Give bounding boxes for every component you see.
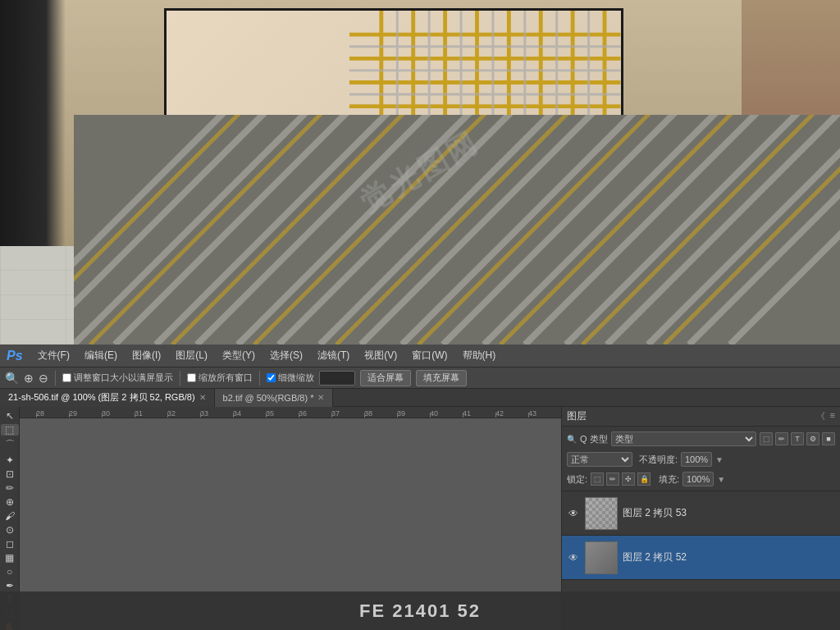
zoom-out-icon[interactable]: ⊖ xyxy=(39,372,48,385)
layer-52-thumb xyxy=(585,541,618,574)
tab-active-close[interactable]: ✕ xyxy=(199,393,206,402)
tab-second-label: b2.tif @ 50%(RGB/8) * xyxy=(223,393,314,403)
filter-icon-3[interactable]: T xyxy=(791,432,804,445)
tool-select[interactable]: ⬚ xyxy=(1,424,19,436)
scrubby-checkbox[interactable] xyxy=(267,373,276,382)
tab-active[interactable]: 21-sh-506.tif @ 100% (图层 2 拷贝 52, RGB/8)… xyxy=(0,389,215,407)
opacity-label: 不透明度: xyxy=(639,454,678,466)
lock-label: 锁定: xyxy=(567,473,587,486)
stripe-svg xyxy=(74,115,840,345)
tab-second[interactable]: b2.tif @ 50%(RGB/8) * ✕ xyxy=(215,389,334,407)
layer-item-52[interactable]: 👁 图层 2 拷贝 52 xyxy=(562,536,840,580)
options-bar: 🔍 ⊕ ⊖ 调整窗口大小以满屏显示 缩放所有窗口 细微缩放 100% 适合屏幕 … xyxy=(0,368,840,389)
resize-checkbox-group: 调整窗口大小以满屏显示 xyxy=(62,372,173,384)
fit-screen-button[interactable]: 适合屏幕 xyxy=(360,370,411,386)
panel-controls: 🔍 Q 类型 类型 ⬚ ✏ T ⚙ ■ 正常 xyxy=(562,427,840,491)
resize-label: 调整窗口大小以满屏显示 xyxy=(74,372,173,384)
menu-select[interactable]: 选择(S) xyxy=(263,346,309,365)
lock-position-icon[interactable]: ✣ xyxy=(622,472,635,486)
ruler-29: 29 xyxy=(69,409,102,418)
panel-header: 图层 《 ≡ xyxy=(562,407,840,427)
fill-label: 填充: xyxy=(659,473,679,486)
tool-magic-wand[interactable]: ✦ xyxy=(1,454,19,466)
zoom-all-checkbox[interactable] xyxy=(187,373,196,382)
ruler-39: 39 xyxy=(397,409,430,418)
menu-type[interactable]: 类型(Y) xyxy=(216,346,262,365)
layer-52-visibility[interactable]: 👁 xyxy=(567,551,580,564)
left-door xyxy=(0,0,66,254)
menu-image[interactable]: 图像(I) xyxy=(126,346,167,365)
lock-icons: ⬚ ✏ ✣ 🔒 xyxy=(591,472,651,486)
blend-mode-select[interactable]: 正常 xyxy=(567,452,632,467)
separator-3 xyxy=(259,371,260,386)
panel-collapse-icon[interactable]: 《 xyxy=(816,410,825,422)
opacity-input[interactable] xyxy=(681,452,712,467)
filter-icon-1[interactable]: ⬚ xyxy=(760,432,773,445)
opacity-dropdown-icon[interactable]: ▼ xyxy=(715,455,724,464)
tool-lasso[interactable]: ⌒ xyxy=(1,438,19,452)
tool-healing[interactable]: ⊕ xyxy=(1,496,19,508)
layers-panel: 图层 《 ≡ 🔍 Q 类型 类型 ⬚ ✏ xyxy=(561,407,840,630)
ruler-inner: 28 29 30 31 32 33 34 35 36 37 38 39 40 4… xyxy=(20,407,561,418)
scrubby-label: 细微缩放 xyxy=(278,372,314,384)
ruler-35: 35 xyxy=(266,409,299,418)
tool-clone[interactable]: ⊙ xyxy=(1,524,19,536)
layer-item-53[interactable]: 👁 图层 2 拷贝 53 xyxy=(562,491,840,536)
menu-bar: Ps 文件(F) 编辑(E) 图像(I) 图层(L) 类型(Y) 选择(S) 滤… xyxy=(0,345,840,368)
zoom-all-checkbox-group: 缩放所有窗口 xyxy=(187,372,253,384)
separator-1 xyxy=(55,371,56,386)
resize-checkbox[interactable] xyxy=(62,373,71,382)
layer-53-name: 图层 2 拷贝 53 xyxy=(623,506,835,520)
panel-menu-icon[interactable]: ≡ xyxy=(830,410,835,422)
filter-icon-4[interactable]: ⚙ xyxy=(806,432,819,445)
lock-transparent-icon[interactable]: ⬚ xyxy=(591,472,604,486)
tool-gradient[interactable]: ▦ xyxy=(1,552,19,564)
tool-brush[interactable]: 🖌 xyxy=(1,510,19,522)
menu-filter[interactable]: 滤镜(T) xyxy=(311,346,356,365)
workspace: ↖ ⬚ ⌒ ✦ ⊡ ✏ ⊕ 🖌 ⊙ ◻ ▦ ○ ✒ T □ ✋ 🔍 28 29 xyxy=(0,407,840,630)
ruler-40: 40 xyxy=(430,409,463,418)
tool-eraser[interactable]: ◻ xyxy=(1,538,19,550)
bottom-canvas-pattern xyxy=(74,115,840,345)
zoom-all-label: 缩放所有窗口 xyxy=(199,372,253,384)
filter-row: 🔍 Q 类型 类型 ⬚ ✏ T ⚙ ■ xyxy=(567,430,835,448)
ruler-33: 33 xyxy=(200,409,233,418)
ruler-31: 31 xyxy=(135,409,167,418)
lock-image-icon[interactable]: ✏ xyxy=(606,472,619,486)
zoom-in-icon[interactable]: ⊕ xyxy=(24,372,34,385)
fill-input[interactable] xyxy=(682,472,714,486)
tool-dodge[interactable]: ○ xyxy=(1,566,19,578)
filter-icon-5[interactable]: ■ xyxy=(822,432,835,445)
tool-pen[interactable]: ✒ xyxy=(1,580,19,591)
fill-screen-button[interactable]: 填充屏幕 xyxy=(416,370,467,386)
tool-move[interactable]: ↖ xyxy=(1,410,19,422)
menu-file[interactable]: 文件(F) xyxy=(31,346,76,365)
menu-window[interactable]: 窗口(W) xyxy=(405,346,454,365)
photoshop-ui: Ps 文件(F) 编辑(E) 图像(I) 图层(L) 类型(Y) 选择(S) 滤… xyxy=(0,345,840,630)
menu-layer[interactable]: 图层(L) xyxy=(169,346,214,365)
zoom-input[interactable]: 100% xyxy=(319,371,355,386)
tab-second-close[interactable]: ✕ xyxy=(317,393,324,402)
tab-bar: 21-sh-506.tif @ 100% (图层 2 拷贝 52, RGB/8)… xyxy=(0,389,840,407)
ruler-32: 32 xyxy=(167,409,200,418)
tool-crop[interactable]: ⊡ xyxy=(1,468,19,480)
menu-edit[interactable]: 编辑(E) xyxy=(78,346,124,365)
canvas-area: 觉光图网 xyxy=(0,0,840,345)
mode-row: 正常 不透明度: ▼ xyxy=(567,450,835,468)
filter-type-select[interactable]: 类型 xyxy=(611,431,756,446)
tool-eyedropper[interactable]: ✏ xyxy=(1,482,19,494)
filter-icon-2[interactable]: ✏ xyxy=(775,432,788,445)
lock-all-icon[interactable]: 🔒 xyxy=(637,472,651,486)
layer-53-visibility[interactable]: 👁 xyxy=(567,507,580,520)
ruler-38: 38 xyxy=(364,409,397,418)
ruler-30: 30 xyxy=(102,409,135,418)
layer-52-name: 图层 2 拷贝 52 xyxy=(623,550,835,564)
ruler-43: 43 xyxy=(528,409,561,418)
panel-header-icons: 《 ≡ xyxy=(816,410,835,422)
ruler-horizontal: 28 29 30 31 32 33 34 35 36 37 38 39 40 4… xyxy=(20,407,561,418)
menu-view[interactable]: 视图(V) xyxy=(358,346,404,365)
zoom-tool-icon: 🔍 xyxy=(5,372,19,385)
fill-dropdown-icon[interactable]: ▼ xyxy=(717,475,725,484)
menu-help[interactable]: 帮助(H) xyxy=(456,346,503,365)
ruler-36: 36 xyxy=(299,409,331,418)
